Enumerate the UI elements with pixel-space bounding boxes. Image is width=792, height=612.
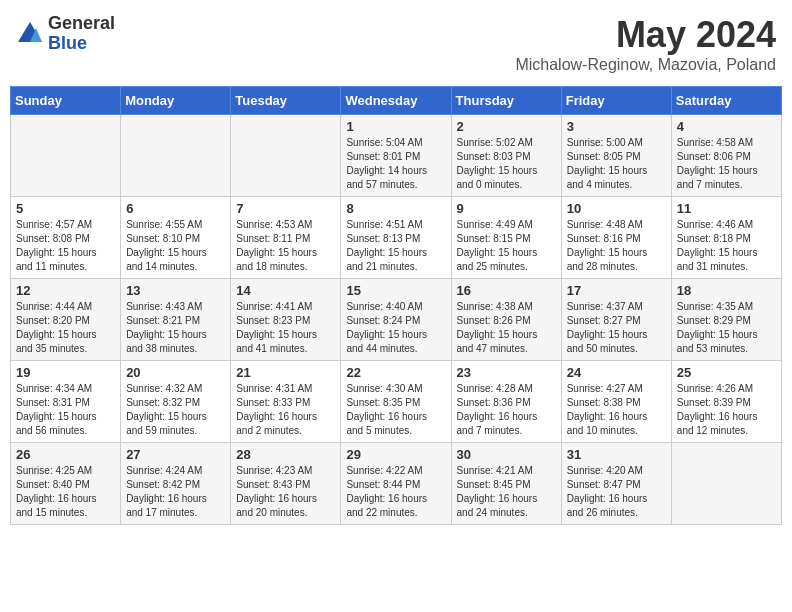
day-number: 2	[457, 119, 556, 134]
day-number: 5	[16, 201, 115, 216]
day-number: 25	[677, 365, 776, 380]
day-number: 13	[126, 283, 225, 298]
day-info: Sunrise: 4:41 AM Sunset: 8:23 PM Dayligh…	[236, 300, 335, 356]
day-info: Sunrise: 4:30 AM Sunset: 8:35 PM Dayligh…	[346, 382, 445, 438]
day-number: 15	[346, 283, 445, 298]
header-tuesday: Tuesday	[231, 87, 341, 115]
day-info: Sunrise: 5:02 AM Sunset: 8:03 PM Dayligh…	[457, 136, 556, 192]
day-info: Sunrise: 4:43 AM Sunset: 8:21 PM Dayligh…	[126, 300, 225, 356]
header-sunday: Sunday	[11, 87, 121, 115]
day-number: 7	[236, 201, 335, 216]
day-number: 23	[457, 365, 556, 380]
day-number: 8	[346, 201, 445, 216]
day-number: 22	[346, 365, 445, 380]
calendar-week-row: 19Sunrise: 4:34 AM Sunset: 8:31 PM Dayli…	[11, 361, 782, 443]
calendar-cell: 24Sunrise: 4:27 AM Sunset: 8:38 PM Dayli…	[561, 361, 671, 443]
day-info: Sunrise: 4:51 AM Sunset: 8:13 PM Dayligh…	[346, 218, 445, 274]
day-info: Sunrise: 4:48 AM Sunset: 8:16 PM Dayligh…	[567, 218, 666, 274]
calendar-week-row: 12Sunrise: 4:44 AM Sunset: 8:20 PM Dayli…	[11, 279, 782, 361]
day-number: 19	[16, 365, 115, 380]
day-number: 17	[567, 283, 666, 298]
calendar-cell: 7Sunrise: 4:53 AM Sunset: 8:11 PM Daylig…	[231, 197, 341, 279]
calendar-cell: 8Sunrise: 4:51 AM Sunset: 8:13 PM Daylig…	[341, 197, 451, 279]
day-info: Sunrise: 4:40 AM Sunset: 8:24 PM Dayligh…	[346, 300, 445, 356]
day-info: Sunrise: 4:25 AM Sunset: 8:40 PM Dayligh…	[16, 464, 115, 520]
day-info: Sunrise: 4:57 AM Sunset: 8:08 PM Dayligh…	[16, 218, 115, 274]
day-number: 12	[16, 283, 115, 298]
day-info: Sunrise: 4:22 AM Sunset: 8:44 PM Dayligh…	[346, 464, 445, 520]
calendar-cell: 28Sunrise: 4:23 AM Sunset: 8:43 PM Dayli…	[231, 443, 341, 525]
day-info: Sunrise: 4:24 AM Sunset: 8:42 PM Dayligh…	[126, 464, 225, 520]
day-info: Sunrise: 4:32 AM Sunset: 8:32 PM Dayligh…	[126, 382, 225, 438]
logo-icon	[16, 20, 44, 48]
day-info: Sunrise: 5:00 AM Sunset: 8:05 PM Dayligh…	[567, 136, 666, 192]
day-number: 30	[457, 447, 556, 462]
calendar-cell: 25Sunrise: 4:26 AM Sunset: 8:39 PM Dayli…	[671, 361, 781, 443]
title-block: May 2024 Michalow-Reginow, Mazovia, Pola…	[515, 14, 776, 74]
calendar-cell: 5Sunrise: 4:57 AM Sunset: 8:08 PM Daylig…	[11, 197, 121, 279]
day-number: 26	[16, 447, 115, 462]
day-number: 10	[567, 201, 666, 216]
calendar-week-row: 26Sunrise: 4:25 AM Sunset: 8:40 PM Dayli…	[11, 443, 782, 525]
day-info: Sunrise: 4:27 AM Sunset: 8:38 PM Dayligh…	[567, 382, 666, 438]
calendar-cell	[11, 115, 121, 197]
page-header: General Blue May 2024 Michalow-Reginow, …	[10, 10, 782, 78]
calendar-cell: 17Sunrise: 4:37 AM Sunset: 8:27 PM Dayli…	[561, 279, 671, 361]
day-info: Sunrise: 4:28 AM Sunset: 8:36 PM Dayligh…	[457, 382, 556, 438]
day-info: Sunrise: 4:38 AM Sunset: 8:26 PM Dayligh…	[457, 300, 556, 356]
day-number: 18	[677, 283, 776, 298]
logo-blue-text: Blue	[48, 34, 115, 54]
day-info: Sunrise: 4:35 AM Sunset: 8:29 PM Dayligh…	[677, 300, 776, 356]
calendar-cell: 3Sunrise: 5:00 AM Sunset: 8:05 PM Daylig…	[561, 115, 671, 197]
calendar-cell: 2Sunrise: 5:02 AM Sunset: 8:03 PM Daylig…	[451, 115, 561, 197]
day-info: Sunrise: 4:21 AM Sunset: 8:45 PM Dayligh…	[457, 464, 556, 520]
day-number: 14	[236, 283, 335, 298]
calendar-cell: 31Sunrise: 4:20 AM Sunset: 8:47 PM Dayli…	[561, 443, 671, 525]
day-info: Sunrise: 4:44 AM Sunset: 8:20 PM Dayligh…	[16, 300, 115, 356]
header-thursday: Thursday	[451, 87, 561, 115]
day-number: 3	[567, 119, 666, 134]
day-number: 20	[126, 365, 225, 380]
calendar-cell: 14Sunrise: 4:41 AM Sunset: 8:23 PM Dayli…	[231, 279, 341, 361]
calendar-cell: 30Sunrise: 4:21 AM Sunset: 8:45 PM Dayli…	[451, 443, 561, 525]
calendar-cell: 29Sunrise: 4:22 AM Sunset: 8:44 PM Dayli…	[341, 443, 451, 525]
day-number: 6	[126, 201, 225, 216]
calendar-cell: 9Sunrise: 4:49 AM Sunset: 8:15 PM Daylig…	[451, 197, 561, 279]
calendar-cell: 21Sunrise: 4:31 AM Sunset: 8:33 PM Dayli…	[231, 361, 341, 443]
day-info: Sunrise: 4:31 AM Sunset: 8:33 PM Dayligh…	[236, 382, 335, 438]
day-number: 27	[126, 447, 225, 462]
calendar-cell: 27Sunrise: 4:24 AM Sunset: 8:42 PM Dayli…	[121, 443, 231, 525]
header-monday: Monday	[121, 87, 231, 115]
calendar-cell: 26Sunrise: 4:25 AM Sunset: 8:40 PM Dayli…	[11, 443, 121, 525]
day-info: Sunrise: 4:34 AM Sunset: 8:31 PM Dayligh…	[16, 382, 115, 438]
calendar-cell	[231, 115, 341, 197]
calendar-cell: 4Sunrise: 4:58 AM Sunset: 8:06 PM Daylig…	[671, 115, 781, 197]
calendar-cell: 22Sunrise: 4:30 AM Sunset: 8:35 PM Dayli…	[341, 361, 451, 443]
day-info: Sunrise: 4:23 AM Sunset: 8:43 PM Dayligh…	[236, 464, 335, 520]
day-number: 4	[677, 119, 776, 134]
header-wednesday: Wednesday	[341, 87, 451, 115]
day-info: Sunrise: 4:26 AM Sunset: 8:39 PM Dayligh…	[677, 382, 776, 438]
day-info: Sunrise: 4:49 AM Sunset: 8:15 PM Dayligh…	[457, 218, 556, 274]
day-number: 29	[346, 447, 445, 462]
calendar-table: SundayMondayTuesdayWednesdayThursdayFrid…	[10, 86, 782, 525]
day-number: 1	[346, 119, 445, 134]
month-title: May 2024	[515, 14, 776, 56]
day-info: Sunrise: 4:37 AM Sunset: 8:27 PM Dayligh…	[567, 300, 666, 356]
day-number: 24	[567, 365, 666, 380]
day-number: 28	[236, 447, 335, 462]
calendar-cell: 16Sunrise: 4:38 AM Sunset: 8:26 PM Dayli…	[451, 279, 561, 361]
day-number: 9	[457, 201, 556, 216]
calendar-cell: 6Sunrise: 4:55 AM Sunset: 8:10 PM Daylig…	[121, 197, 231, 279]
calendar-cell	[121, 115, 231, 197]
calendar-cell: 20Sunrise: 4:32 AM Sunset: 8:32 PM Dayli…	[121, 361, 231, 443]
calendar-cell	[671, 443, 781, 525]
logo: General Blue	[16, 14, 115, 54]
day-info: Sunrise: 4:46 AM Sunset: 8:18 PM Dayligh…	[677, 218, 776, 274]
header-saturday: Saturday	[671, 87, 781, 115]
day-number: 16	[457, 283, 556, 298]
logo-text: General Blue	[48, 14, 115, 54]
day-info: Sunrise: 5:04 AM Sunset: 8:01 PM Dayligh…	[346, 136, 445, 192]
day-number: 21	[236, 365, 335, 380]
logo-general-text: General	[48, 14, 115, 34]
